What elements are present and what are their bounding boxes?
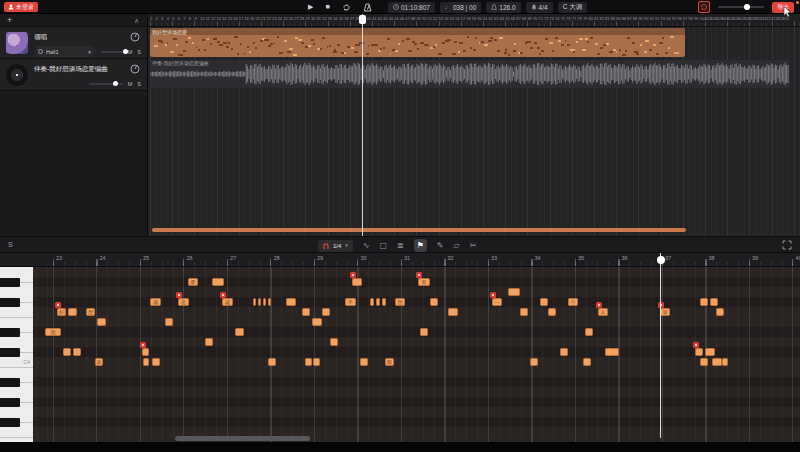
midi-note[interactable]	[548, 308, 556, 316]
midi-note[interactable]	[63, 348, 71, 356]
midi-note[interactable]	[302, 308, 310, 316]
midi-note[interactable]: 个	[568, 298, 578, 306]
midi-note[interactable]	[700, 298, 708, 306]
mute-button[interactable]: M	[128, 81, 133, 87]
arrangement-area[interactable]: 1234567891011121314151617181920212223242…	[148, 14, 800, 236]
piano-key-black[interactable]	[0, 348, 20, 357]
midi-note[interactable]	[268, 358, 276, 366]
midi-note[interactable]: 谈	[95, 358, 103, 366]
midi-region[interactable]: 我好想谈场恋爱	[150, 28, 685, 57]
piano-roll-scrollbar[interactable]	[175, 436, 310, 441]
midi-note[interactable]	[722, 358, 728, 366]
track-row-vocal[interactable]: 领唱 Hall1 ▼ M S	[0, 27, 147, 59]
midi-note[interactable]: 想	[86, 308, 95, 316]
midi-note[interactable]	[710, 298, 718, 306]
midi-note[interactable]	[430, 298, 438, 306]
layers-tool[interactable]: ≣	[397, 239, 404, 252]
piano-roll-playhead[interactable]	[660, 253, 661, 438]
midi-note[interactable]: 场	[150, 298, 161, 306]
collapse-panel-button[interactable]: ∧	[134, 14, 139, 27]
arrangement-ruler[interactable]: 1234567891011121314151617181920212223242…	[148, 14, 800, 27]
playhead-handle-dot[interactable]	[657, 256, 665, 264]
midi-note[interactable]	[253, 298, 256, 306]
play-button[interactable]: ▶	[308, 0, 313, 14]
midi-note[interactable]	[68, 308, 77, 316]
pitch-pin-marker[interactable]	[176, 292, 182, 298]
midi-note[interactable]	[152, 358, 160, 366]
midi-note[interactable]: 跟	[385, 358, 394, 366]
pitch-pin-marker[interactable]	[490, 292, 496, 298]
midi-note[interactable]	[305, 358, 312, 366]
midi-note[interactable]: 爱	[188, 278, 198, 286]
midi-note[interactable]	[235, 328, 244, 336]
pitch-pin-marker[interactable]	[140, 342, 146, 348]
piano-keyboard[interactable]: C4	[0, 267, 33, 442]
midi-note[interactable]	[165, 318, 173, 326]
loop-icon[interactable]	[342, 3, 351, 12]
time-display[interactable]: 01:10:807	[388, 2, 435, 13]
midi-note[interactable]	[560, 348, 568, 356]
track-volume-slider[interactable]	[101, 51, 123, 53]
midi-note[interactable]	[508, 288, 520, 296]
pitch-pin-marker[interactable]	[350, 272, 356, 278]
pan-knob-icon[interactable]	[130, 32, 140, 42]
tempo-display[interactable]: 126.0	[486, 2, 520, 13]
velocity-tool[interactable]: ▢	[380, 239, 388, 252]
midi-note[interactable]	[330, 338, 338, 346]
piano-key-black[interactable]	[0, 418, 20, 427]
midi-note[interactable]	[716, 308, 724, 316]
scissors-tool[interactable]: ✂	[470, 239, 477, 252]
pitch-pin-marker[interactable]	[55, 302, 61, 308]
expand-icon[interactable]	[782, 240, 792, 250]
midi-note[interactable]	[205, 338, 213, 346]
pitch-pin-marker[interactable]	[416, 272, 422, 278]
midi-note[interactable]	[268, 298, 271, 306]
playhead-handle[interactable]	[359, 15, 366, 24]
piano-roll-ruler[interactable]: 232425262728293031323334353637383940	[0, 253, 800, 267]
piano-key-black[interactable]	[0, 298, 20, 307]
midi-note[interactable]	[312, 318, 322, 326]
piano-key-black[interactable]	[0, 378, 20, 387]
track-volume-knob[interactable]	[123, 49, 128, 54]
reverb-preset-dropdown[interactable]: Hall1 ▼	[34, 46, 96, 57]
midi-note[interactable]: 我	[45, 328, 61, 336]
export-button[interactable]: 导出	[772, 2, 794, 13]
metronome-icon[interactable]	[363, 3, 372, 12]
volume-knob[interactable]	[744, 4, 750, 10]
midi-note[interactable]	[382, 298, 386, 306]
midi-note[interactable]	[520, 308, 528, 316]
pitch-pin-marker[interactable]	[693, 342, 699, 348]
midi-note[interactable]	[73, 348, 81, 356]
piano-key-black[interactable]	[0, 398, 20, 407]
midi-note[interactable]	[370, 298, 374, 306]
solo-button[interactable]: S	[137, 81, 141, 87]
audio-region[interactable]: 伴奏-我好想谈场恋爱编曲	[150, 60, 790, 88]
midi-note[interactable]	[322, 308, 330, 316]
position-display[interactable]: ♩ 038 | 00	[440, 2, 481, 13]
midi-note[interactable]	[448, 308, 458, 316]
pointer-tool-selected[interactable]: ⚑	[414, 239, 427, 252]
pencil-tool[interactable]: ✎	[437, 239, 444, 252]
midi-note[interactable]	[258, 298, 261, 306]
midi-note[interactable]	[585, 328, 593, 336]
midi-note[interactable]	[360, 358, 368, 366]
midi-note[interactable]	[605, 348, 619, 356]
solo-button[interactable]: S	[137, 49, 141, 55]
midi-note[interactable]	[263, 298, 266, 306]
pitch-pin-marker[interactable]	[596, 302, 602, 308]
midi-note[interactable]: 想	[395, 298, 405, 306]
midi-note[interactable]	[700, 358, 708, 366]
solo-indicator[interactable]: S	[8, 241, 13, 248]
master-volume-slider[interactable]	[718, 6, 764, 8]
midi-note[interactable]	[705, 348, 715, 356]
track-row-accompaniment[interactable]: 伴奏-我好想谈场恋爱编曲 M S	[0, 59, 147, 91]
midi-note[interactable]	[286, 298, 296, 306]
midi-note[interactable]	[143, 358, 149, 366]
midi-note[interactable]	[376, 298, 380, 306]
snap-setting-dropdown[interactable]: 1/4 ▼	[318, 240, 353, 252]
midi-note[interactable]	[420, 328, 428, 336]
pitch-pin-marker[interactable]	[658, 302, 664, 308]
midi-note[interactable]	[540, 298, 548, 306]
eraser-tool[interactable]: ▱	[453, 239, 459, 252]
track-volume-slider[interactable]	[89, 83, 123, 85]
